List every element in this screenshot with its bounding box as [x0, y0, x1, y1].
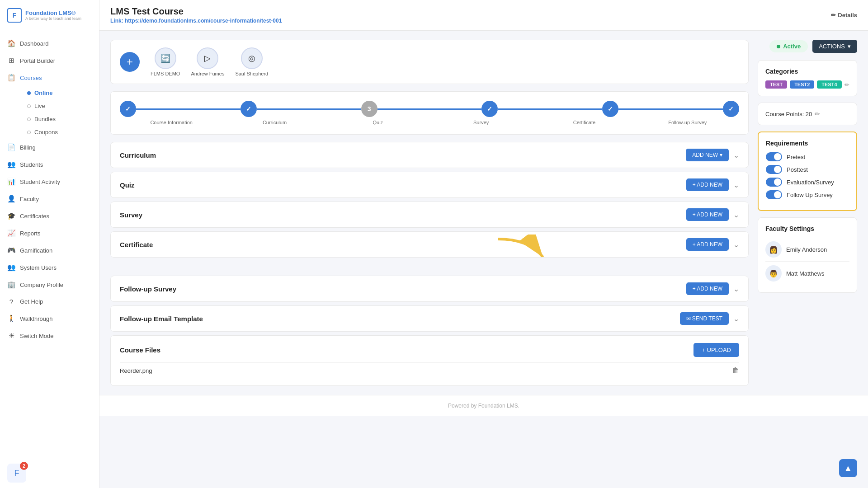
status-badge: Active — [769, 40, 808, 52]
sidebar-item-company-profile[interactable]: 🏢 Company Profile — [0, 276, 99, 293]
eval-survey-toggle[interactable] — [766, 178, 782, 187]
section-header[interactable]: Certificate + ADD NEW ⌄ — [111, 232, 748, 257]
sidebar-item-get-help[interactable]: ? Get Help — [0, 293, 99, 310]
subnav-label: Bundles — [34, 116, 56, 122]
followup-survey-section: Follow-up Survey + ADD NEW ⌄ — [110, 276, 749, 302]
company-icon: 🏢 — [7, 281, 15, 289]
delete-icon[interactable]: 🗑 — [732, 366, 739, 375]
followup-survey-toggle[interactable] — [766, 190, 782, 199]
notification-button[interactable]: F 2 — [7, 464, 26, 483]
chevron-icon: ⌄ — [733, 181, 739, 189]
category-badge[interactable]: TEST2 — [790, 80, 814, 89]
actions-button[interactable]: ACTIONS ▾ — [812, 40, 857, 53]
sidebar-item-reports[interactable]: 📈 Reports — [0, 225, 99, 242]
section-header[interactable]: Follow-up Survey + ADD NEW ⌄ — [111, 276, 748, 301]
sidebar-item-switch-mode[interactable]: ☀ Switch Mode — [0, 327, 99, 344]
step-label: Curriculum — [223, 120, 326, 125]
sidebar-item-label: Certificates — [20, 213, 49, 220]
sidebar-item-faculty[interactable]: 👤 Faculty — [0, 190, 99, 207]
section-title: Certificate — [120, 241, 153, 249]
content-left: + 🔄 FLMS DEMO ▷ Andrew Fumes ◎ Saul Shep… — [110, 40, 749, 386]
step-label: Course Information — [120, 120, 223, 125]
add-new-button[interactable]: + ADD NEW — [686, 208, 729, 221]
details-button[interactable]: ✏ Details — [831, 12, 857, 19]
step-circle-3[interactable]: ✓ — [481, 101, 498, 117]
scroll-to-top-button[interactable]: ▲ — [839, 459, 857, 477]
topbar: LMS Test Course Link: https://demo.found… — [99, 0, 868, 31]
subnav-coupons[interactable]: Coupons — [20, 126, 99, 139]
courses-subnav: Online Live Bundles Coupons — [0, 86, 99, 139]
students-icon: 👥 — [7, 160, 15, 169]
section-header[interactable]: Follow-up Email Template ✉ SEND TEST ⌄ — [111, 306, 748, 331]
add-new-button[interactable]: + ADD NEW — [686, 282, 729, 295]
faculty-settings-title: Faculty Settings — [765, 225, 849, 232]
subnav-label: Online — [34, 89, 52, 96]
upload-button[interactable]: + UPLOAD — [693, 343, 739, 357]
faculty-name: Emily Anderson — [786, 246, 827, 253]
section-header[interactable]: Curriculum ADD NEW ▾ ⌄ — [111, 142, 748, 168]
section-title: Survey — [120, 211, 142, 219]
faculty-settings-card: Faculty Settings 👩 Emily Anderson 👨 Matt… — [758, 217, 857, 293]
add-new-button[interactable]: ADD NEW ▾ — [686, 149, 729, 161]
step-circle-1[interactable]: ✓ — [241, 101, 257, 117]
sidebar-item-label: Portal Builder — [20, 57, 55, 64]
avatar: 🔄 — [155, 47, 176, 69]
posttest-toggle[interactable] — [766, 165, 782, 174]
add-instructor-button[interactable]: + — [120, 52, 140, 72]
subnav-live[interactable]: Live — [20, 99, 99, 113]
edit-categories-icon[interactable]: ✏ — [844, 81, 849, 88]
subnav-online[interactable]: Online — [20, 86, 99, 99]
edit-icon: ✏ — [831, 12, 836, 19]
sidebar-item-gamification[interactable]: 🎮 Gamification — [0, 242, 99, 259]
sidebar-item-label: Student Activity — [20, 178, 60, 185]
sidebar-item-courses[interactable]: 📋 Courses — [0, 69, 99, 86]
sidebar-item-dashboard[interactable]: 🏠 Dashboard — [0, 35, 99, 52]
status-row: Active ACTIONS ▾ — [758, 40, 857, 53]
subnav-bundles[interactable]: Bundles — [20, 113, 99, 126]
step-circle-4[interactable]: ✓ — [602, 101, 618, 117]
step-line — [498, 108, 602, 110]
edit-points-icon[interactable]: ✏ — [815, 110, 820, 117]
gamification-icon: 🎮 — [7, 246, 15, 254]
req-label: Posttest — [787, 166, 808, 173]
sidebar-item-students[interactable]: 👥 Students — [0, 156, 99, 173]
step-circle-2[interactable]: 3 — [361, 101, 377, 117]
sidebar-item-label: Reports — [20, 230, 41, 237]
category-badge[interactable]: TEST — [765, 80, 787, 89]
certificates-icon: 🎓 — [7, 212, 15, 220]
requirement-item: Evaluation/Survey — [766, 178, 849, 187]
inactive-dot — [27, 131, 31, 134]
sidebar-item-student-activity[interactable]: 📊 Student Activity — [0, 173, 99, 190]
req-label: Follow Up Survey — [787, 192, 833, 198]
sidebar-item-portal-builder[interactable]: ⊞ Portal Builder — [0, 52, 99, 69]
add-new-button[interactable]: + ADD NEW — [686, 238, 729, 251]
pretest-toggle[interactable] — [766, 152, 782, 161]
faculty-item: 👩 Emily Anderson — [765, 238, 849, 262]
add-new-button[interactable]: + ADD NEW — [686, 178, 729, 191]
sidebar-item-label: Billing — [20, 144, 36, 151]
sidebar-item-billing[interactable]: 📄 Billing — [0, 139, 99, 156]
avatar: 👩 — [765, 241, 782, 258]
course-points-card: Course Points: 20 ✏ — [758, 103, 857, 125]
avatar: ◎ — [241, 47, 263, 69]
page-title: LMS Test Course — [110, 6, 282, 17]
notification-badge: 2 — [20, 462, 28, 470]
step-labels: Course Information Curriculum Quiz Surve… — [120, 120, 739, 125]
sidebar-item-system-users[interactable]: 👥 System Users — [0, 259, 99, 276]
category-badge[interactable]: TEST4 — [817, 80, 841, 89]
send-test-button[interactable]: ✉ SEND TEST — [680, 312, 729, 325]
status-dot — [777, 45, 780, 48]
sidebar-item-label: System Users — [20, 264, 57, 271]
student-activity-icon: 📊 — [7, 178, 15, 186]
sidebar-item-walkthrough[interactable]: 🚶 Walkthrough — [0, 310, 99, 327]
section-title: Follow-up Email Template — [120, 315, 203, 323]
sidebar: F Foundation LMS® A better way to teach … — [0, 0, 99, 488]
course-link: Link: https://demo.foundationlms.com/cou… — [110, 18, 282, 24]
step-circle-5[interactable]: ✓ — [723, 101, 739, 117]
step-label: Survey — [429, 120, 533, 125]
sidebar-item-certificates[interactable]: 🎓 Certificates — [0, 207, 99, 225]
section-header[interactable]: Survey + ADD NEW ⌄ — [111, 202, 748, 227]
step-circle-0[interactable]: ✓ — [120, 101, 136, 117]
course-files-title: Course Files — [120, 346, 160, 354]
section-header[interactable]: Quiz + ADD NEW ⌄ — [111, 172, 748, 197]
